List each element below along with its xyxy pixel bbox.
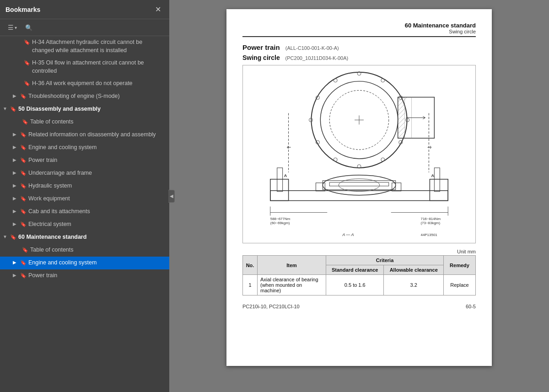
table-row: 1 Axial clearance of bearing (when mount… — [243, 275, 476, 295]
chevron-right-icon: ▶ — [13, 208, 19, 215]
bookmark-icon: 🔖 — [20, 170, 27, 177]
close-button[interactable]: ✕ — [152, 5, 164, 14]
bookmark-icon: 🔖 — [20, 93, 27, 100]
bookmark-label: Electrical system — [28, 220, 165, 229]
svg-rect-38 — [323, 181, 395, 190]
svg-line-25 — [398, 118, 405, 124]
bookmark-icon: 🔖 — [24, 59, 30, 66]
page-container: 60 Maintenance standard Swing circle Pow… — [169, 0, 549, 392]
bookmark-item-engine60[interactable]: ▶ 🔖 Engine and cooling system — [0, 257, 169, 269]
svg-text:44P13501: 44P13501 — [420, 233, 437, 237]
bookmark-icon: 🔖 — [10, 106, 16, 113]
bookmark-item-h34[interactable]: 🔖 H-34 Attachment hydraulic circuit cann… — [0, 36, 169, 57]
sidebar-header: Bookmarks ✕ — [0, 0, 169, 19]
chevron-right-icon: ▶ — [13, 170, 19, 176]
sidebar-toolbar: ☰ ▾ 🔍 — [0, 19, 169, 36]
chevron-right-icon: ▶ — [13, 272, 19, 279]
search-bookmarks-button[interactable]: 🔍 — [22, 22, 36, 33]
section-heading-row: Power train (ALL-C100-001-K-00-A) — [242, 43, 476, 51]
bookmark-item-undercarriage50[interactable]: ▶ 🔖 Undercarriage and frame — [0, 167, 169, 180]
document-footer: PC210i-10, PC210LCI-10 60-5 — [242, 304, 476, 309]
bookmark-icon: 🔖 — [20, 157, 27, 164]
bookmark-item-section50[interactable]: ▼ 🔖 50 Disassembly and assembly — [0, 103, 169, 116]
col-header-item: Item — [258, 256, 326, 275]
data-table: No. Item Criteria Remedy Standard cleara… — [242, 255, 476, 295]
bookmark-item-cab50[interactable]: ▶ 🔖 Cab and its attachments — [0, 205, 169, 218]
subsection-heading-row: Swing circle (PC200_10J11D034-K-00A) — [242, 54, 476, 61]
bookmark-item-powertrain50[interactable]: ▶ 🔖 Power train — [0, 154, 169, 167]
bookmark-item-hydraulic50[interactable]: ▶ 🔖 Hydraulic system — [0, 180, 169, 193]
search-icon: 🔍 — [25, 24, 32, 31]
chevron-down-icon: ▼ — [3, 234, 9, 240]
bookmark-icon: 🔖 — [10, 234, 16, 241]
svg-text:A: A — [431, 173, 434, 178]
sidebar-collapse-button[interactable]: ◀ — [168, 190, 175, 203]
bookmark-label: Troubleshooting of engine (S-mode) — [28, 92, 165, 101]
svg-rect-33 — [270, 179, 289, 201]
svg-text:A: A — [284, 173, 287, 178]
bookmark-label: Work equipment — [28, 195, 165, 203]
sidebar-panel: Bookmarks ✕ ☰ ▾ 🔍 🔖 H-34 Attachment hydr… — [0, 0, 169, 392]
cell-no: 1 — [243, 275, 258, 295]
bookmark-label: Power train — [28, 272, 165, 280]
bookmark-item-h36[interactable]: 🔖 H-36 All work equipment do not operate — [0, 77, 169, 90]
expand-all-button[interactable]: ☰ ▾ — [5, 22, 20, 33]
svg-line-23 — [398, 108, 405, 115]
chevron-right-icon: ▶ — [13, 93, 19, 99]
bookmark-icon: 🔖 — [20, 259, 27, 266]
chevron-down-icon: ▼ — [3, 106, 9, 112]
svg-point-37 — [323, 175, 395, 195]
section-code: (ALL-C100-001-K-00-A) — [285, 45, 339, 51]
bookmark-label: Table of contents — [30, 246, 165, 254]
bookmark-item-powertrain60[interactable]: ▶ 🔖 Power train — [0, 269, 169, 282]
expand-icon: ☰ — [8, 24, 14, 31]
chevron-right-icon: ▶ — [13, 195, 19, 202]
bookmark-icon: 🔖 — [20, 208, 27, 215]
bookmark-item-workequip50[interactable]: ▶ 🔖 Work equipment — [0, 193, 169, 205]
svg-rect-34 — [430, 179, 448, 201]
svg-text:A — A: A — A — [342, 232, 354, 237]
bookmark-icon: 🔖 — [22, 118, 28, 125]
bookmark-item-troubleshooting[interactable]: ▶ 🔖 Troubleshooting of engine (S-mode) — [0, 90, 169, 103]
svg-point-13 — [334, 79, 337, 82]
svg-rect-35 — [277, 168, 283, 192]
bookmark-icon: 🔖 — [20, 131, 27, 138]
bookmark-item-toc60[interactable]: 🔖 Table of contents — [0, 244, 169, 257]
col-header-allowable: Allowable clearance — [384, 265, 444, 275]
bookmark-label: Table of contents — [30, 118, 165, 126]
svg-rect-32 — [270, 191, 448, 201]
bookmark-item-engine50[interactable]: ▶ 🔖 Engine and cooling system — [0, 141, 169, 154]
svg-point-7 — [381, 158, 385, 161]
chevron-right-icon: ▶ — [13, 157, 19, 163]
svg-point-3 — [381, 79, 385, 82]
svg-rect-39 — [329, 183, 388, 186]
col-header-criteria: Criteria — [326, 256, 444, 265]
bookmark-label: Cab and its attachments — [28, 208, 165, 216]
bookmark-label: Undercarriage and frame — [28, 169, 165, 177]
footer-page: 60-5 — [466, 304, 476, 309]
subsection-heading-text: Swing circle — [242, 54, 280, 61]
subsection-code: (PC200_10J11D034-K-00A) — [285, 55, 349, 61]
chevron-right-icon: ▶ — [13, 183, 19, 189]
svg-text:(73~83kgm): (73~83kgm) — [420, 221, 440, 225]
bookmark-item-related[interactable]: ▶ 🔖 Related information on disassembly a… — [0, 129, 169, 141]
bookmark-list: 🔖 H-34 Attachment hydraulic circuit cann… — [0, 36, 169, 392]
document-header: 60 Maintenance standard Swing circle — [242, 22, 476, 37]
svg-text:(60~69kgm): (60~69kgm) — [270, 221, 290, 225]
doc-header-title: 60 Maintenance standard — [242, 22, 476, 29]
bookmark-item-toc50[interactable]: 🔖 Table of contents — [0, 116, 169, 129]
cell-item: Axial clearance of bearing (when mounted… — [258, 275, 326, 295]
sidebar-title: Bookmarks — [5, 6, 40, 13]
doc-header-subtitle: Swing circle — [242, 29, 476, 34]
bookmark-item-section60[interactable]: ▼ 🔖 60 Maintenance standard — [0, 231, 169, 244]
bookmark-item-electrical50[interactable]: ▶ 🔖 Electrical system — [0, 218, 169, 231]
unit-label: Unit mm — [242, 249, 476, 254]
document-page: 60 Maintenance standard Swing circle Pow… — [226, 9, 492, 366]
chevron-right-icon: ▶ — [13, 144, 19, 150]
svg-text:716~814Nm: 716~814Nm — [420, 217, 441, 221]
bookmark-item-h35[interactable]: 🔖 H-35 Oil flow in attachment circuit ca… — [0, 57, 169, 77]
diagram-svg: 588~677Nm (60~69kgm) 716~814Nm (73~83kgm… — [243, 65, 475, 243]
chevron-right-icon: ▶ — [13, 259, 19, 266]
section-heading-text: Power train — [242, 43, 280, 51]
bookmark-label: H-35 Oil flow in attachment circuit cann… — [32, 59, 165, 75]
